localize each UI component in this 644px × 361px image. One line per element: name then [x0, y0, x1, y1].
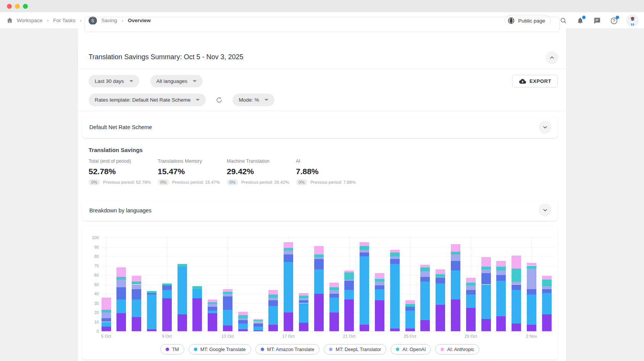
bar-segment[interactable]: [436, 277, 445, 278]
bar-segment[interactable]: [542, 276, 552, 280]
bar-segment[interactable]: [390, 250, 400, 253]
bar-segment[interactable]: [436, 278, 445, 283]
home-icon[interactable]: [5, 16, 14, 25]
bar-segment[interactable]: [344, 272, 354, 280]
bar-segment[interactable]: [299, 293, 308, 296]
window-minimize-button[interactable]: [15, 4, 20, 9]
bar-segment[interactable]: [208, 304, 217, 307]
bar-segment[interactable]: [238, 312, 248, 316]
bar-segment[interactable]: [420, 282, 430, 320]
bar-segment[interactable]: [238, 320, 248, 324]
breakdown-card[interactable]: Breakdown by languages: [82, 200, 558, 221]
export-button[interactable]: EXPORT: [512, 75, 558, 87]
bar-segment[interactable]: [284, 248, 293, 251]
bar-segment[interactable]: [223, 325, 232, 331]
bar-segment[interactable]: [116, 313, 126, 331]
bar-segment[interactable]: [542, 293, 552, 314]
bar-segment[interactable]: [314, 257, 324, 259]
bar-segment[interactable]: [344, 281, 354, 290]
bar-segment[interactable]: [132, 285, 141, 289]
bar-segment[interactable]: [375, 285, 384, 289]
bar-segment[interactable]: [223, 292, 232, 294]
languages-filter-dropdown[interactable]: All languages: [150, 75, 203, 87]
bar-segment[interactable]: [360, 325, 369, 331]
bar-segment[interactable]: [466, 285, 476, 290]
bar-segment[interactable]: [192, 289, 202, 299]
bar-segment[interactable]: [116, 267, 126, 277]
bar-segment[interactable]: [512, 290, 521, 324]
bar-segment[interactable]: [314, 246, 324, 254]
bar-segment[interactable]: [436, 274, 445, 277]
bar-segment[interactable]: [466, 283, 476, 285]
bar-segment[interactable]: [132, 289, 141, 299]
bar-segment[interactable]: [512, 324, 521, 331]
bar-segment[interactable]: [451, 299, 460, 331]
bar-segment[interactable]: [299, 300, 308, 303]
chat-icon[interactable]: [593, 16, 601, 25]
bar-segment[interactable]: [116, 299, 126, 314]
bar-segment[interactable]: [208, 299, 217, 302]
bar-segment[interactable]: [390, 264, 400, 329]
bar-segment[interactable]: [512, 282, 521, 284]
search-icon[interactable]: [559, 16, 568, 25]
bar-segment[interactable]: [405, 304, 415, 307]
legend-item[interactable]: MT: Amazon Translate: [255, 344, 320, 355]
bar-segment[interactable]: [375, 282, 384, 285]
bar-segment[interactable]: [420, 267, 430, 271]
bar-segment[interactable]: [238, 315, 248, 318]
bar-segment[interactable]: [436, 283, 445, 305]
bar-segment[interactable]: [466, 308, 476, 331]
bar-segment[interactable]: [147, 329, 157, 331]
bar-segment[interactable]: [223, 296, 232, 309]
bar-segment[interactable]: [268, 298, 278, 300]
bar-segment[interactable]: [496, 316, 506, 331]
bar-segment[interactable]: [314, 259, 324, 269]
refresh-icon[interactable]: [215, 96, 223, 104]
bar-segment[interactable]: [314, 294, 324, 331]
bar-segment[interactable]: [527, 295, 536, 324]
bar-segment[interactable]: [527, 269, 536, 289]
bar-segment[interactable]: [329, 290, 339, 294]
collapse-section-button[interactable]: [546, 51, 558, 64]
breadcrumb-for-tasks[interactable]: For Tasks: [53, 18, 75, 23]
bar-segment[interactable]: [268, 300, 278, 306]
rates-template-dropdown[interactable]: Rates template: Default Net Rate Scheme: [89, 94, 206, 106]
bar-segment[interactable]: [451, 244, 460, 252]
bar-segment[interactable]: [116, 287, 126, 299]
bar-segment[interactable]: [451, 270, 460, 299]
bar-segment[interactable]: [481, 257, 491, 267]
breadcrumb-workspace[interactable]: Workspace: [17, 18, 42, 23]
bar-segment[interactable]: [162, 290, 172, 298]
bar-segment[interactable]: [512, 269, 521, 282]
bar-segment[interactable]: [481, 285, 491, 319]
bar-segment[interactable]: [542, 289, 552, 293]
bar-segment[interactable]: [329, 312, 339, 331]
bar-segment[interactable]: [299, 298, 308, 300]
bar-segment[interactable]: [375, 279, 384, 282]
bar-segment[interactable]: [405, 307, 415, 311]
help-icon[interactable]: ?: [610, 16, 618, 25]
bar-segment[interactable]: [253, 327, 263, 330]
bar-segment[interactable]: [299, 296, 308, 298]
bar-segment[interactable]: [284, 312, 293, 331]
bar-segment[interactable]: [102, 322, 111, 327]
bar-segment[interactable]: [162, 285, 172, 290]
bar-segment[interactable]: [132, 299, 141, 317]
bar-segment[interactable]: [208, 302, 217, 304]
bar-segment[interactable]: [329, 287, 339, 290]
bar-segment[interactable]: [390, 329, 400, 331]
legend-item[interactable]: MT: Google Translate: [189, 344, 251, 355]
bar-segment[interactable]: [147, 295, 157, 329]
bar-segment[interactable]: [208, 311, 217, 313]
bar-segment[interactable]: [405, 300, 415, 304]
bar-segment[interactable]: [102, 310, 111, 312]
bar-segment[interactable]: [223, 294, 232, 296]
bar-segment[interactable]: [208, 313, 217, 331]
bar-segment[interactable]: [223, 289, 232, 292]
bar-segment[interactable]: [451, 254, 460, 261]
bar-segment[interactable]: [420, 277, 430, 282]
bar-segment[interactable]: [466, 278, 476, 282]
bar-segment[interactable]: [375, 300, 384, 331]
bar-segment[interactable]: [375, 289, 384, 300]
legend-item[interactable]: AI: OpenAI: [391, 344, 431, 355]
